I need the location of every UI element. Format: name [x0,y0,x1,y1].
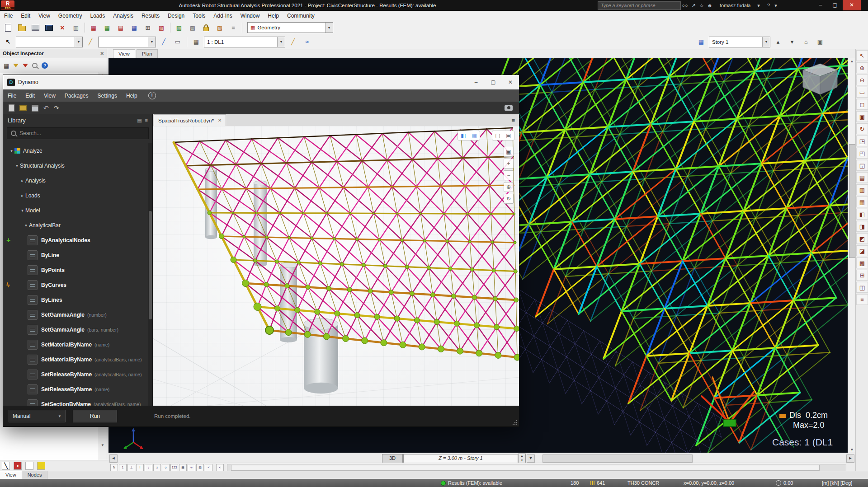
library-node-setsectionbyname[interactable]: SetSectionByName (analyticalBars, name) [3,397,148,406]
user-menu-chevron-icon[interactable]: ▾ [756,0,761,11]
loads-table-button[interactable]: ▦ [128,22,141,34]
help-icon[interactable]: ? [765,0,772,11]
edit-selection-button[interactable]: ╱ [84,36,97,48]
notifications-icon[interactable]: ! [148,92,156,99]
story-down-button[interactable]: ▾ [786,36,798,48]
new-file-icon[interactable] [9,104,14,112]
library-group-loads[interactable]: ▸ Loads [3,188,148,203]
library-node-setgammaangle-bars[interactable]: SetGammaAngle (bars, number) [3,322,148,337]
view-mode-button[interactable]: 3D [382,454,403,463]
select-tool-icon[interactable]: ↖ [856,50,868,61]
dynamo-menu-help[interactable]: Help [122,93,142,99]
background-3d-icon[interactable]: ▢ [492,131,503,140]
search-binoculars-icon[interactable]: ○○ [681,0,689,11]
library-filter-icon[interactable]: ≡ [145,117,148,123]
attr-123-icon[interactable]: 123 [170,464,178,471]
inspector-table-icon[interactable]: ▦ [4,62,9,69]
bar-selection-combo[interactable]: ▼ [98,37,156,47]
axis-line-icon[interactable]: ╲ [2,462,10,470]
search-icon[interactable] [32,63,38,68]
combo-dropdown-arrow-icon[interactable]: ▼ [75,37,82,47]
attr-collapse-icon[interactable]: < [216,464,224,471]
blank-display-icon[interactable] [25,462,33,470]
dynamo-menu-view[interactable]: View [39,93,60,99]
open-file-icon[interactable] [19,105,27,111]
chevron-right-icon[interactable]: ▸ [19,193,25,198]
layout-selector-combo[interactable]: ▦ Geometry ▼ [247,22,333,33]
chevron-right-icon[interactable]: ▸ [19,178,25,183]
scroll-left-icon[interactable]: ◄ [109,454,118,463]
load-case-combo[interactable]: 1 : DL1 ▼ [204,37,285,47]
help-icon[interactable]: ? [42,62,48,69]
dynamo-menu-settings[interactable]: Settings [93,93,122,99]
list-button[interactable]: ≡ [227,22,240,34]
window-minimize-button[interactable]: – [467,75,485,89]
menu-view[interactable]: View [34,13,54,19]
library-group-structural-analysis[interactable]: ▾ Structural Analysis [3,158,148,173]
library-scrollbar[interactable] [148,143,152,406]
zoom-out-icon[interactable]: − [504,170,514,180]
attributes-scrollbar[interactable] [227,464,846,471]
library-node-byanalyticalnodes[interactable]: + ByAnalyticalNodes [3,233,148,248]
clear-filter-icon[interactable] [23,64,28,67]
attr-releases-icon[interactable]: o [162,464,170,471]
signed-in-user[interactable]: tomasz.fudala [720,0,750,11]
scroll-down-icon[interactable]: ▼ [848,448,856,452]
load-case-list-button[interactable]: ▦ [190,36,203,48]
library-node-setmaterialbyname-name[interactable]: SetMaterialByName (name) [3,337,148,352]
attr-sections-icon[interactable]: I [136,464,144,471]
highlight-display-icon[interactable] [37,462,45,470]
dynamo-3d-preview[interactable]: ◧ ▦ ▢ ▣ ▣ + − ⊕ ↻ [153,126,519,406]
tab-menu-icon[interactable]: ≡ [511,117,515,124]
library-node-setmaterialbyname-bars[interactable]: SetMaterialByName (analyticalBars, name) [3,352,148,367]
menu-results[interactable]: Results [137,13,164,19]
bars-table-button[interactable]: ▦ [87,22,100,34]
library-node-bypoints[interactable]: ByPoints [3,262,148,277]
share-icon[interactable]: ↗ [690,0,697,11]
dynamo-menu-file[interactable]: File [3,93,21,99]
panel-close-icon[interactable]: ✕ [100,51,104,56]
zoom-in-icon[interactable]: ⊕ [856,62,868,73]
menu-window[interactable]: Window [236,13,264,19]
combo-dropdown-arrow-icon[interactable]: ▼ [277,37,285,47]
spin-up-icon[interactable]: ▲ [519,454,525,459]
story-all-button[interactable]: ⌂ [800,36,812,48]
menu-addins[interactable]: Add-Ins [209,13,236,19]
select-pointer-button[interactable]: ↖ [2,36,14,48]
chevron-down-icon[interactable]: ▾ [23,223,29,228]
supports-display-icon[interactable]: ◩ [856,233,868,244]
zoom-in-icon[interactable]: + [504,159,514,169]
calculation-report-button[interactable]: ▧ [173,22,185,34]
profile-display-icon[interactable]: ▥ [856,184,868,195]
view-3d-icon[interactable]: ▣ [856,111,868,122]
story-dropdown-icon[interactable]: ▼ [527,454,535,463]
attr-mesh-icon[interactable]: ▦ [179,464,187,471]
redo-icon[interactable]: ↷ [54,104,59,112]
story-building-icon[interactable]: ▦ [695,36,708,48]
scrollbar-thumb[interactable] [149,211,152,319]
scroll-up-icon[interactable]: ▲ [848,59,856,63]
geometry-view-toggle[interactable]: ◧ ▦ [458,131,480,140]
chevron-down-icon[interactable]: ▾ [9,149,14,153]
selection-box-button[interactable]: ▭ [171,36,184,48]
view-initial-icon[interactable]: ◻ [856,99,868,110]
print-preview-button[interactable] [42,22,55,34]
combo-dropdown-arrow-icon[interactable]: ▼ [325,23,333,33]
graph-preview-icon[interactable]: ▦ [469,131,480,140]
tab-plan[interactable]: Plan [137,49,158,58]
save-file-icon[interactable] [32,105,38,112]
menu-edit[interactable]: Edit [17,13,34,19]
scroll-down-icon[interactable]: ▼ [100,443,105,447]
window-resize-grip[interactable] [512,420,518,425]
attr-symbols-icon[interactable]: ✓ [205,464,212,471]
story-spinner[interactable]: ▲▼ [518,454,526,464]
view-xy-icon[interactable]: ◳ [856,136,868,146]
geometry-preview-icon[interactable]: ◧ [458,131,469,140]
grid-button[interactable]: ⊞ [142,22,154,34]
combo-dropdown-arrow-icon[interactable]: ▼ [762,37,770,47]
dynamo-menu-packages[interactable]: Packages [60,93,93,99]
rotate-view-icon[interactable]: ↻ [856,123,868,134]
pan-icon[interactable]: ⊕ [504,182,514,192]
scroll-right-icon[interactable]: ► [846,454,854,463]
units-indicator[interactable]: [m] [kN] [Deg] [822,479,852,487]
